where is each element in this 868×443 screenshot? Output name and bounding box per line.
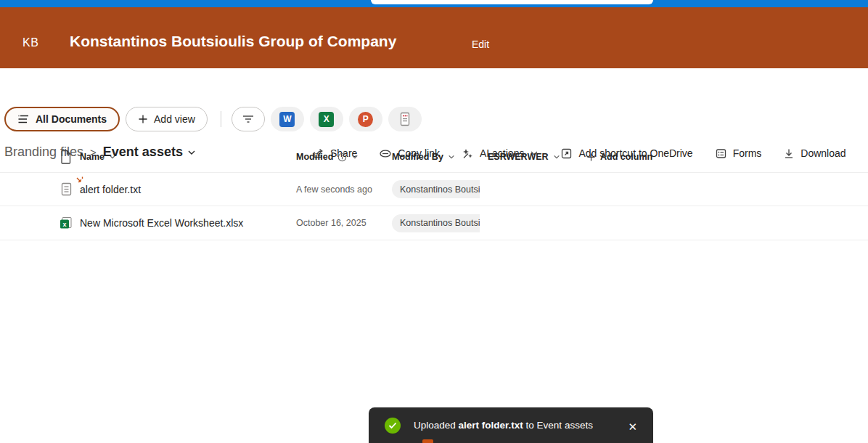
toolbar-divider xyxy=(221,111,221,127)
column-header-modified[interactable]: Modified xyxy=(296,152,392,162)
column-header-custom[interactable]: ESRWERWER xyxy=(488,152,586,162)
toast-suffix: to Event assets xyxy=(523,420,593,431)
column-modified-by-label: Modified By xyxy=(392,152,443,162)
site-logo[interactable]: KB xyxy=(22,36,38,49)
column-header-modified-by[interactable]: Modified By xyxy=(392,152,488,162)
modified-by-persona[interactable]: Konstantinos Boutsiou xyxy=(392,180,480,198)
powerpoint-letter: P xyxy=(363,114,369,124)
site-header: KB Konstantinos Boutsioulis Group of Com… xyxy=(0,7,868,68)
svg-text:x: x xyxy=(62,221,66,228)
search-input[interactable] xyxy=(371,0,653,4)
upload-toast: Uploaded alert folder.txt to Event asset… xyxy=(369,407,653,443)
txt-file-icon xyxy=(61,182,72,196)
file-name-text: alert folder.txt xyxy=(80,184,141,195)
breadcrumb-command-row: Branding files > Event assets Share Copy… xyxy=(0,68,868,102)
toast-filename: alert folder.txt xyxy=(459,420,523,431)
excel-view-button[interactable]: X xyxy=(310,107,343,131)
chevron-down-icon xyxy=(448,153,455,160)
chevron-down-icon xyxy=(109,153,116,160)
file-name-link[interactable]: alert folder.txt xyxy=(80,184,141,195)
current-view-button[interactable]: All Documents xyxy=(4,107,120,131)
persona-name: Konstantinos Boutsiou xyxy=(400,184,480,195)
document-icon xyxy=(60,150,72,164)
word-icon: W xyxy=(279,112,295,127)
toast-message: Uploaded alert folder.txt to Event asset… xyxy=(414,420,618,431)
file-type-cell: x xyxy=(52,216,80,229)
file-type-column-header[interactable] xyxy=(52,150,80,164)
modified-cell: October 16, 2025 xyxy=(296,218,392,228)
file-name-text: New Microsoft Excel Worksheet.xlsx xyxy=(80,217,243,229)
site-title: Konstantinos Boutsioulis Group of Compan… xyxy=(70,33,396,50)
xlsx-file-icon: x xyxy=(60,216,73,229)
edit-site-link[interactable]: Edit xyxy=(472,38,489,50)
success-check-icon xyxy=(385,418,401,434)
list-item-row[interactable]: alert folder.txt A few seconds ago Konst… xyxy=(0,172,868,206)
file-type-cell xyxy=(52,182,80,196)
current-view-label: All Documents xyxy=(36,113,107,125)
file-name-link[interactable]: New Microsoft Excel Worksheet.xlsx xyxy=(80,217,243,229)
list-header-row: Name Modified Modified By ESRWERWER Add … xyxy=(0,144,868,170)
plus-icon xyxy=(586,153,596,162)
chevron-down-icon xyxy=(351,153,359,160)
suite-bar xyxy=(0,0,868,7)
word-letter: W xyxy=(283,114,291,124)
new-item-icon xyxy=(75,176,84,184)
column-custom-label: ESRWERWER xyxy=(488,152,549,162)
modified-cell: A few seconds ago xyxy=(296,184,392,195)
column-modified-label: Modified xyxy=(296,152,333,162)
add-column-button[interactable]: Add column xyxy=(586,152,746,162)
word-view-button[interactable]: W xyxy=(271,107,304,131)
clipboard-icon xyxy=(399,112,411,126)
filter-icon xyxy=(242,115,254,123)
view-bar: All Documents Add view W X P xyxy=(4,106,422,132)
toast-prefix: Uploaded xyxy=(414,420,459,431)
column-name-label: Name xyxy=(80,152,105,162)
powerpoint-icon: P xyxy=(358,112,373,127)
modified-by-persona[interactable]: Konstantinos Boutsiou xyxy=(392,214,480,232)
chevron-down-icon xyxy=(553,153,560,160)
sharepoint-library-page: KB Konstantinos Boutsioulis Group of Com… xyxy=(0,0,868,443)
info-icon xyxy=(337,153,347,162)
powerpoint-view-button[interactable]: P xyxy=(349,107,382,131)
persona-name: Konstantinos Boutsiou xyxy=(400,218,480,228)
close-icon[interactable]: ✕ xyxy=(623,419,642,435)
add-view-button[interactable]: Add view xyxy=(126,107,208,131)
list-item-row[interactable]: x New Microsoft Excel Worksheet.xlsx Oct… xyxy=(0,206,868,240)
excel-icon: X xyxy=(319,112,334,127)
plus-icon xyxy=(138,114,148,124)
clipboard-view-button[interactable] xyxy=(388,107,422,131)
filter-views-button[interactable] xyxy=(232,107,265,131)
toast-partial-link xyxy=(422,439,433,443)
excel-letter: X xyxy=(324,114,329,124)
column-header-name[interactable]: Name xyxy=(80,152,296,162)
view-list-icon xyxy=(17,114,30,124)
add-column-label: Add column xyxy=(600,152,652,162)
add-view-label: Add view xyxy=(154,113,195,125)
